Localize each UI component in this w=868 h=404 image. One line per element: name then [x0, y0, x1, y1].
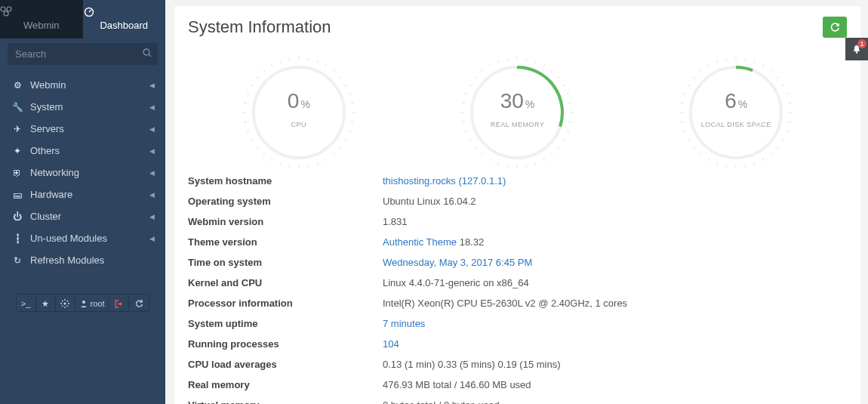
svg-line-40	[263, 153, 265, 156]
caret-left-icon: ◀	[149, 169, 155, 177]
svg-line-43	[246, 131, 249, 131]
notifications-button[interactable]: 1	[845, 38, 868, 60]
terminal-button[interactable]: >_	[17, 295, 36, 312]
svg-line-13	[67, 306, 68, 307]
search-icon	[143, 48, 152, 57]
user-button[interactable]: root	[75, 295, 110, 312]
sidebar-item-un-used-modules[interactable]: ┇Un-used Modules◀	[0, 227, 165, 249]
svg-line-52	[280, 60, 281, 63]
nav: ⚙Webmin◀🔧System◀✈Servers◀✦Others◀⛨Networ…	[0, 74, 165, 271]
gauge-label: REAL MEMORY	[460, 121, 574, 128]
caret-left-icon: ◀	[149, 147, 155, 155]
svg-line-60	[558, 76, 560, 79]
svg-line-78	[475, 146, 477, 149]
svg-line-85	[469, 85, 471, 86]
sidebar-item-system[interactable]: 🔧System◀	[0, 96, 165, 118]
notification-badge: 1	[857, 39, 866, 48]
gauge-value: 0%	[242, 89, 356, 113]
svg-line-106	[770, 153, 772, 156]
svg-point-7	[64, 303, 66, 305]
nav-icon: ✦	[11, 146, 24, 156]
svg-line-97	[777, 76, 779, 79]
info-label: Real memory	[188, 379, 383, 390]
nav-label: Un-used Modules	[30, 233, 149, 244]
refresh-button[interactable]	[823, 17, 847, 38]
reload-button[interactable]	[129, 295, 149, 312]
sidebar-item-hardware[interactable]: 🖴Hardware◀	[0, 183, 165, 205]
info-label: Processor information	[188, 298, 383, 309]
svg-line-95	[762, 64, 764, 66]
svg-line-38	[280, 162, 281, 165]
info-link[interactable]: 7 minutes	[383, 318, 425, 329]
svg-line-93	[745, 57, 746, 60]
svg-line-68	[558, 146, 560, 149]
info-link[interactable]: Authentic Theme	[383, 236, 457, 248]
search-input[interactable]	[8, 43, 158, 65]
svg-line-24	[344, 85, 346, 86]
sidebar-item-servers[interactable]: ✈Servers◀	[0, 118, 165, 140]
svg-line-72	[527, 165, 528, 168]
info-link[interactable]: Wednesday, May 3, 2017 6:45 PM	[383, 257, 532, 268]
user-icon	[80, 300, 88, 307]
info-row: Theme versionAuthentic Theme 18.32	[188, 232, 847, 252]
info-row: Real memory476.93 MB total / 146.60 MB u…	[188, 375, 847, 395]
svg-line-21	[325, 64, 327, 66]
tab-webmin[interactable]: Webmin	[0, 0, 83, 39]
info-value: Linux 4.4.0-71-generic on x86_64	[383, 277, 529, 288]
info-label: Virtual memory	[188, 399, 383, 404]
favorites-button[interactable]: ★	[36, 295, 56, 312]
info-label: Running processes	[188, 338, 383, 350]
settings-button[interactable]	[56, 295, 75, 312]
sidebar-item-webmin[interactable]: ⚙Webmin◀	[0, 74, 165, 96]
svg-line-39	[271, 159, 272, 161]
info-row: Operating systemUbuntu Linux 16.04.2	[188, 191, 847, 211]
sidebar-item-networking[interactable]: ⛨Networking◀	[0, 162, 165, 183]
caret-left-icon: ◀	[149, 103, 155, 111]
dashboard-icon	[83, 6, 166, 17]
info-row: Time on systemWednesday, May 3, 2017 6:4…	[188, 252, 847, 273]
svg-line-66	[567, 131, 570, 131]
main-content: System Information 0%CPU30%REAL MEMORY6%…	[165, 0, 868, 404]
svg-line-94	[754, 60, 755, 63]
info-label: Time on system	[188, 257, 383, 268]
svg-line-31	[339, 146, 341, 149]
svg-line-105	[777, 146, 779, 149]
svg-line-6	[149, 54, 151, 57]
svg-line-34	[317, 162, 318, 165]
info-row: Webmin version1.831	[188, 211, 847, 232]
sidebar-item-cluster[interactable]: ⏻Cluster◀	[0, 205, 165, 227]
nav-label: Others	[30, 145, 149, 156]
gauge-local-disk-space: 6%LOCAL DISK SPACE	[660, 56, 811, 169]
gauge-label: LOCAL DISK SPACE	[679, 121, 793, 128]
nav-icon: ⛨	[11, 168, 24, 178]
svg-line-116	[688, 139, 690, 140]
nav-label: System	[30, 101, 149, 113]
gauges-row: 0%CPU30%REAL MEMORY6%LOCAL DISK SPACE	[174, 51, 860, 171]
svg-line-37	[289, 165, 290, 168]
info-value: 1.831	[383, 216, 408, 227]
svg-line-108	[754, 162, 755, 165]
info-row: Processor informationIntel(R) Xeon(R) CP…	[188, 293, 847, 313]
sidebar-item-refresh-modules[interactable]: ↻Refresh Modules	[0, 249, 165, 271]
svg-line-50	[263, 69, 265, 72]
svg-line-75	[498, 162, 499, 165]
tab-dashboard[interactable]: Dashboard	[83, 0, 166, 39]
svg-line-53	[289, 57, 290, 60]
sidebar-item-others[interactable]: ✦Others◀	[0, 140, 165, 162]
caret-left-icon: ◀	[149, 235, 155, 242]
svg-line-113	[708, 159, 709, 161]
svg-line-122	[688, 85, 690, 86]
info-link[interactable]: thishosting.rocks (127.0.1.1)	[383, 175, 506, 187]
caret-left-icon: ◀	[149, 191, 155, 199]
logout-button[interactable]	[109, 295, 129, 312]
info-label: System hostname	[188, 175, 383, 187]
info-link[interactable]: 104	[383, 338, 399, 350]
info-label: Webmin version	[188, 216, 383, 227]
caret-left-icon: ◀	[149, 213, 155, 221]
nav-icon: ⚙	[11, 80, 24, 91]
svg-line-12	[62, 301, 63, 301]
info-value: 476.93 MB total / 146.60 MB used	[383, 379, 531, 390]
caret-left-icon: ◀	[149, 82, 155, 89]
refresh-icon	[830, 22, 840, 32]
sidebar: Webmin Dashboard ⚙Webmin◀🔧System◀✈Server…	[0, 0, 165, 404]
